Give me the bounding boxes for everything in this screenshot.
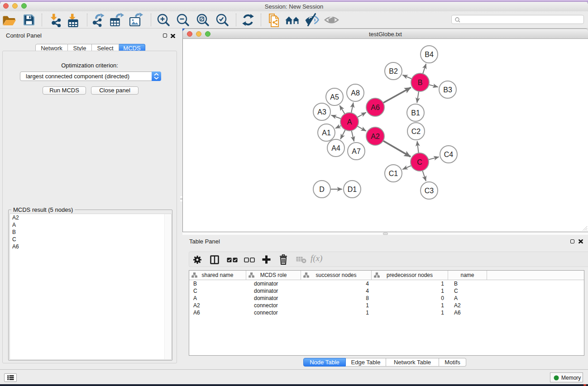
svg-text:C1: C1 [389, 170, 398, 177]
svg-text:C3: C3 [425, 187, 434, 195]
svg-text:B4: B4 [425, 51, 434, 58]
svg-text:B1: B1 [411, 109, 420, 117]
svg-text:D: D [319, 186, 325, 193]
svg-text:C2: C2 [411, 128, 421, 135]
svg-text:A6: A6 [371, 104, 380, 111]
svg-text:C: C [417, 158, 422, 166]
svg-text:A7: A7 [352, 148, 361, 155]
svg-text:A1: A1 [322, 129, 331, 137]
svg-text:A5: A5 [330, 93, 339, 101]
svg-text:B: B [418, 79, 423, 86]
svg-text:A: A [347, 118, 352, 126]
svg-text:A8: A8 [351, 89, 360, 97]
svg-text:B2: B2 [389, 67, 398, 75]
svg-text:A2: A2 [371, 133, 380, 140]
svg-text:A3: A3 [317, 108, 326, 116]
svg-text:C4: C4 [444, 151, 454, 158]
svg-text:A4: A4 [331, 144, 340, 152]
svg-text:D1: D1 [348, 186, 357, 193]
svg-text:B3: B3 [443, 86, 452, 94]
